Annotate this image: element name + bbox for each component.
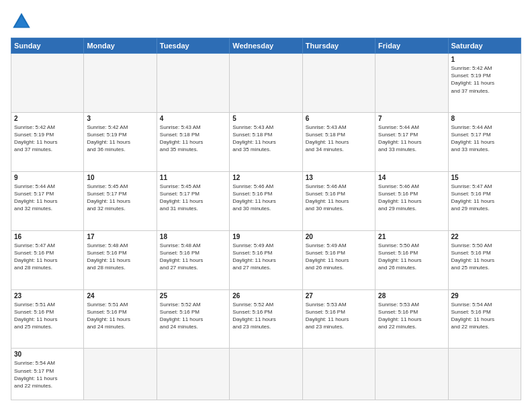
day-info: Sunrise: 5:49 AM Sunset: 5:16 PM Dayligh… — [306, 242, 372, 272]
calendar-cell: 18Sunrise: 5:48 AM Sunset: 5:16 PM Dayli… — [157, 230, 229, 289]
calendar-cell — [11, 54, 84, 113]
day-number: 13 — [306, 174, 372, 181]
day-number: 16 — [14, 233, 81, 240]
day-info: Sunrise: 5:45 AM Sunset: 5:17 PM Dayligh… — [87, 183, 153, 213]
day-number: 27 — [306, 292, 372, 300]
day-number: 10 — [87, 174, 153, 181]
calendar-header: SundayMondayTuesdayWednesdayThursdayFrid… — [11, 38, 521, 54]
day-info: Sunrise: 5:42 AM Sunset: 5:19 PM Dayligh… — [87, 124, 153, 154]
calendar-cell: 27Sunrise: 5:53 AM Sunset: 5:16 PM Dayli… — [302, 289, 375, 349]
day-info: Sunrise: 5:54 AM Sunset: 5:16 PM Dayligh… — [451, 301, 518, 331]
day-header-sunday: Sunday — [11, 38, 84, 54]
day-header-saturday: Saturday — [448, 38, 521, 54]
day-number: 15 — [451, 174, 518, 181]
calendar-table: SundayMondayTuesdayWednesdayThursdayFrid… — [11, 38, 521, 400]
calendar-cell: 7Sunrise: 5:44 AM Sunset: 5:17 PM Daylig… — [375, 112, 448, 171]
calendar-cell — [84, 54, 157, 113]
day-info: Sunrise: 5:49 AM Sunset: 5:16 PM Dayligh… — [232, 242, 299, 272]
day-number: 8 — [451, 115, 518, 122]
day-info: Sunrise: 5:54 AM Sunset: 5:17 PM Dayligh… — [14, 359, 81, 390]
calendar-cell: 8Sunrise: 5:44 AM Sunset: 5:17 PM Daylig… — [448, 112, 521, 171]
calendar-body: 1Sunrise: 5:42 AM Sunset: 5:19 PM Daylig… — [11, 54, 521, 400]
calendar-cell: 19Sunrise: 5:49 AM Sunset: 5:16 PM Dayli… — [230, 230, 302, 289]
day-number: 1 — [451, 56, 518, 63]
page: SundayMondayTuesdayWednesdayThursdayFrid… — [0, 0, 532, 411]
calendar-cell: 22Sunrise: 5:50 AM Sunset: 5:16 PM Dayli… — [448, 230, 521, 289]
header-row: SundayMondayTuesdayWednesdayThursdayFrid… — [11, 38, 521, 54]
day-number: 26 — [232, 292, 299, 300]
day-info: Sunrise: 5:47 AM Sunset: 5:16 PM Dayligh… — [14, 242, 81, 272]
day-info: Sunrise: 5:46 AM Sunset: 5:16 PM Dayligh… — [232, 183, 299, 213]
calendar-cell: 4Sunrise: 5:43 AM Sunset: 5:18 PM Daylig… — [157, 112, 229, 171]
day-number: 30 — [14, 351, 81, 358]
calendar-cell: 1Sunrise: 5:42 AM Sunset: 5:19 PM Daylig… — [448, 54, 521, 113]
day-number: 3 — [87, 115, 153, 122]
calendar-cell: 29Sunrise: 5:54 AM Sunset: 5:16 PM Dayli… — [448, 289, 521, 349]
day-info: Sunrise: 5:47 AM Sunset: 5:16 PM Dayligh… — [451, 183, 518, 213]
day-info: Sunrise: 5:53 AM Sunset: 5:16 PM Dayligh… — [306, 301, 372, 331]
day-info: Sunrise: 5:48 AM Sunset: 5:16 PM Dayligh… — [160, 242, 226, 272]
day-number: 24 — [87, 292, 153, 300]
header — [11, 11, 521, 32]
day-number: 6 — [306, 115, 372, 122]
calendar-week-2: 9Sunrise: 5:44 AM Sunset: 5:17 PM Daylig… — [11, 171, 521, 230]
day-number: 28 — [378, 292, 445, 300]
calendar-cell: 5Sunrise: 5:43 AM Sunset: 5:18 PM Daylig… — [230, 112, 302, 171]
calendar-cell: 13Sunrise: 5:46 AM Sunset: 5:16 PM Dayli… — [302, 171, 375, 230]
day-info: Sunrise: 5:44 AM Sunset: 5:17 PM Dayligh… — [378, 124, 445, 154]
calendar-cell: 17Sunrise: 5:48 AM Sunset: 5:16 PM Dayli… — [84, 230, 157, 289]
day-header-friday: Friday — [375, 38, 448, 54]
day-info: Sunrise: 5:46 AM Sunset: 5:16 PM Dayligh… — [378, 183, 445, 213]
calendar-week-1: 2Sunrise: 5:42 AM Sunset: 5:19 PM Daylig… — [11, 112, 521, 171]
day-number: 2 — [14, 115, 81, 122]
calendar-cell: 12Sunrise: 5:46 AM Sunset: 5:16 PM Dayli… — [230, 171, 302, 230]
calendar-cell: 3Sunrise: 5:42 AM Sunset: 5:19 PM Daylig… — [84, 112, 157, 171]
day-info: Sunrise: 5:52 AM Sunset: 5:16 PM Dayligh… — [160, 301, 226, 331]
day-number: 11 — [160, 174, 226, 181]
calendar-cell: 21Sunrise: 5:50 AM Sunset: 5:16 PM Dayli… — [375, 230, 448, 289]
day-info: Sunrise: 5:45 AM Sunset: 5:17 PM Dayligh… — [160, 183, 226, 213]
calendar-cell: 11Sunrise: 5:45 AM Sunset: 5:17 PM Dayli… — [157, 171, 229, 230]
calendar-cell — [157, 349, 229, 400]
logo — [11, 11, 36, 32]
day-info: Sunrise: 5:53 AM Sunset: 5:16 PM Dayligh… — [378, 301, 445, 331]
day-header-thursday: Thursday — [302, 38, 375, 54]
calendar-cell: 6Sunrise: 5:43 AM Sunset: 5:18 PM Daylig… — [302, 112, 375, 171]
calendar-cell — [230, 54, 302, 113]
day-number: 5 — [232, 115, 299, 122]
day-info: Sunrise: 5:50 AM Sunset: 5:16 PM Dayligh… — [451, 242, 518, 272]
day-info: Sunrise: 5:51 AM Sunset: 5:16 PM Dayligh… — [14, 301, 81, 331]
day-number: 7 — [378, 115, 445, 122]
day-info: Sunrise: 5:42 AM Sunset: 5:19 PM Dayligh… — [451, 64, 518, 95]
calendar-cell: 15Sunrise: 5:47 AM Sunset: 5:16 PM Dayli… — [448, 171, 521, 230]
calendar-cell: 25Sunrise: 5:52 AM Sunset: 5:16 PM Dayli… — [157, 289, 229, 349]
day-info: Sunrise: 5:46 AM Sunset: 5:16 PM Dayligh… — [306, 183, 372, 213]
calendar-cell: 28Sunrise: 5:53 AM Sunset: 5:16 PM Dayli… — [375, 289, 448, 349]
calendar-week-0: 1Sunrise: 5:42 AM Sunset: 5:19 PM Daylig… — [11, 54, 521, 113]
calendar-week-4: 23Sunrise: 5:51 AM Sunset: 5:16 PM Dayli… — [11, 289, 521, 349]
calendar-cell: 23Sunrise: 5:51 AM Sunset: 5:16 PM Dayli… — [11, 289, 84, 349]
logo-icon — [11, 11, 32, 32]
calendar-week-3: 16Sunrise: 5:47 AM Sunset: 5:16 PM Dayli… — [11, 230, 521, 289]
day-number: 17 — [87, 233, 153, 240]
day-number: 19 — [232, 233, 299, 240]
day-info: Sunrise: 5:43 AM Sunset: 5:18 PM Dayligh… — [306, 124, 372, 154]
day-info: Sunrise: 5:44 AM Sunset: 5:17 PM Dayligh… — [14, 183, 81, 213]
calendar-cell: 30Sunrise: 5:54 AM Sunset: 5:17 PM Dayli… — [11, 349, 84, 400]
calendar-week-5: 30Sunrise: 5:54 AM Sunset: 5:17 PM Dayli… — [11, 349, 521, 400]
day-number: 14 — [378, 174, 445, 181]
calendar-cell: 14Sunrise: 5:46 AM Sunset: 5:16 PM Dayli… — [375, 171, 448, 230]
calendar-cell — [375, 349, 448, 400]
calendar-cell — [230, 349, 302, 400]
calendar-cell: 9Sunrise: 5:44 AM Sunset: 5:17 PM Daylig… — [11, 171, 84, 230]
day-number: 9 — [14, 174, 81, 181]
day-number: 4 — [160, 115, 226, 122]
day-info: Sunrise: 5:51 AM Sunset: 5:16 PM Dayligh… — [87, 301, 153, 331]
calendar-cell: 20Sunrise: 5:49 AM Sunset: 5:16 PM Dayli… — [302, 230, 375, 289]
day-number: 22 — [451, 233, 518, 240]
day-info: Sunrise: 5:48 AM Sunset: 5:16 PM Dayligh… — [87, 242, 153, 272]
day-number: 25 — [160, 292, 226, 300]
day-info: Sunrise: 5:43 AM Sunset: 5:18 PM Dayligh… — [232, 124, 299, 154]
day-header-wednesday: Wednesday — [230, 38, 302, 54]
day-info: Sunrise: 5:43 AM Sunset: 5:18 PM Dayligh… — [160, 124, 226, 154]
